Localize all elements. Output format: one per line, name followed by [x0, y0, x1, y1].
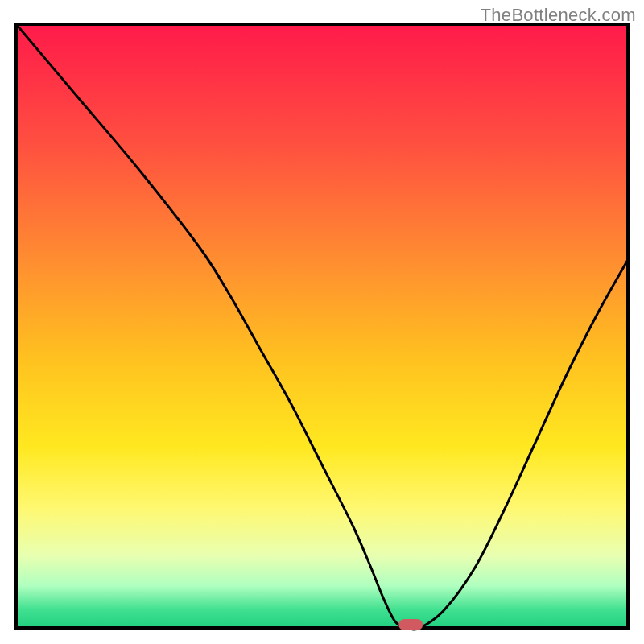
- chart-container: TheBottleneck.com: [0, 0, 644, 644]
- bottleneck-chart: [0, 0, 644, 644]
- plot-background: [16, 24, 628, 628]
- watermark-text: TheBottleneck.com: [481, 5, 636, 26]
- optimal-marker: [398, 619, 423, 630]
